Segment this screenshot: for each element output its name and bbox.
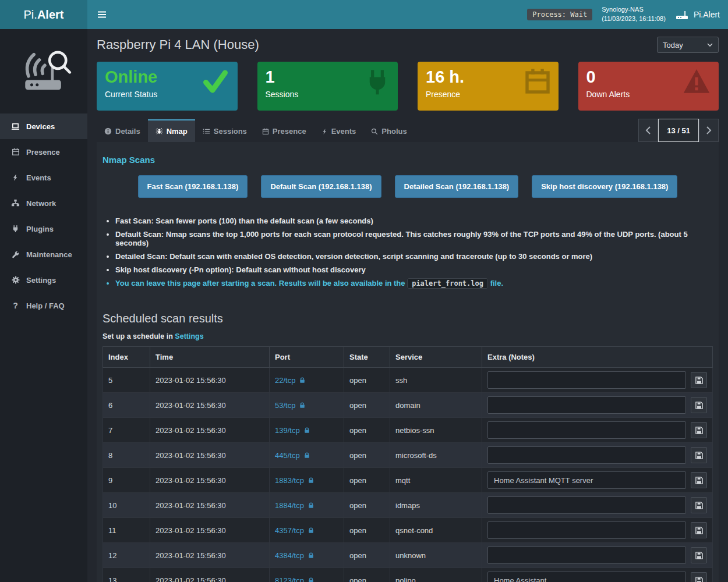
nas-datetime: (11/03/2023, 16:11:08): [602, 15, 666, 24]
note-input[interactable]: [487, 396, 686, 414]
table-row: 6 2023-01-02 15:56:30 53/tcp open domain: [103, 393, 713, 418]
sidebar-item-presence[interactable]: Presence: [0, 139, 87, 165]
lock-icon: [299, 377, 306, 384]
lock-icon: [308, 577, 314, 582]
note-input[interactable]: [487, 521, 686, 539]
tab-label: Pholus: [381, 127, 407, 136]
row-state: open: [344, 368, 390, 393]
lock-icon: [308, 502, 314, 509]
sidebar-item-devices[interactable]: Devices: [0, 113, 87, 139]
list-icon: [203, 127, 210, 135]
next-device-button[interactable]: [699, 119, 719, 142]
app-logo[interactable]: Pi.Alert: [0, 0, 87, 29]
tab-sessions[interactable]: Sessions: [195, 119, 255, 142]
nmap-tab-panel: Nmap Scans Fast Scan (192.168.1.138) Def…: [97, 142, 719, 582]
save-note-button[interactable]: [691, 547, 707, 563]
table-row: 7 2023-01-02 15:56:30 139/tcp open netbi…: [103, 418, 713, 443]
info-icon: [104, 127, 112, 135]
sitemap-icon: [10, 199, 20, 207]
row-state: open: [344, 493, 390, 518]
sidebar-item-label: Help / FAQ: [26, 301, 65, 310]
lock-icon: [308, 477, 314, 484]
tab-label: Sessions: [214, 127, 247, 136]
note-input[interactable]: [487, 371, 686, 389]
plug-icon: [10, 225, 20, 233]
card-sessions: 1 Sessions: [257, 62, 398, 111]
bolt-icon: [321, 128, 328, 135]
save-note-button[interactable]: [691, 372, 707, 388]
logo-text: Pi.: [24, 8, 37, 22]
scan-description: Fast Scan: Scan fewer ports (100) than t…: [115, 217, 713, 225]
sidebar-item-label: Events: [26, 173, 51, 182]
note-input[interactable]: [487, 421, 686, 439]
note-input[interactable]: [487, 546, 686, 564]
calendar-icon: [262, 128, 269, 135]
row-time: 2023-01-02 15:56:30: [150, 443, 270, 468]
period-select[interactable]: Today: [657, 37, 719, 53]
sidebar-item-network[interactable]: Network: [0, 190, 87, 216]
row-time: 2023-01-02 15:56:30: [150, 368, 270, 393]
tab-events[interactable]: Events: [314, 119, 364, 142]
lock-icon: [299, 402, 306, 409]
sidebar-item-label: Network: [26, 199, 56, 208]
col-time: Time: [150, 347, 270, 368]
scan-description: Default Scan: Nmap scans the top 1,000 p…: [115, 230, 713, 247]
chevron-right-icon: [706, 126, 712, 134]
save-note-button[interactable]: [691, 397, 707, 413]
save-note-button[interactable]: [691, 572, 707, 582]
port-link[interactable]: 4384/tcp: [275, 551, 304, 560]
check-icon: [200, 68, 231, 97]
settings-link[interactable]: Settings: [175, 332, 203, 340]
lock-icon: [308, 527, 314, 534]
port-link[interactable]: 53/tcp: [275, 401, 295, 410]
sidebar-toggle-button[interactable]: [87, 0, 116, 29]
sidebar-item-maintenance[interactable]: Maintenance: [0, 242, 87, 267]
sidebar-item-events[interactable]: Events: [0, 165, 87, 190]
port-link[interactable]: 4357/tcp: [275, 526, 304, 535]
sidebar-item-settings[interactable]: Settings: [0, 267, 87, 293]
chevron-down-icon: [707, 43, 713, 47]
sidebar-menu: Devices Presence Events Network Plugins …: [0, 113, 87, 318]
port-link[interactable]: 445/tcp: [275, 451, 300, 460]
device-pager-count[interactable]: 13 / 51: [658, 119, 699, 142]
bolt-icon: [10, 173, 20, 182]
plug-icon: [364, 68, 391, 98]
fast-scan-button[interactable]: Fast Scan (192.168.1.138): [138, 175, 248, 198]
row-index: 7: [103, 418, 150, 443]
save-note-button[interactable]: [691, 497, 707, 513]
sidebar-item-help[interactable]: ? Help / FAQ: [0, 293, 87, 318]
port-link[interactable]: 1883/tcp: [275, 476, 304, 485]
note-input[interactable]: [487, 471, 686, 489]
port-link[interactable]: 139/tcp: [275, 426, 300, 435]
tab-presence[interactable]: Presence: [255, 119, 314, 142]
skip-host-discovery-button[interactable]: Skip host discovery (192.168.1.138): [532, 175, 677, 198]
prev-device-button[interactable]: [638, 119, 658, 142]
row-time: 2023-01-02 15:56:30: [150, 568, 270, 582]
card-presence: 16 h. Presence: [418, 62, 559, 111]
tab-details[interactable]: Details: [97, 119, 148, 142]
detailed-scan-button[interactable]: Detailed Scan (192.168.1.138): [395, 175, 519, 198]
port-link[interactable]: 1884/tcp: [275, 501, 304, 510]
note-input[interactable]: [487, 446, 686, 464]
user-menu[interactable]: Pi.Alert: [675, 9, 720, 20]
sidebar-item-plugins[interactable]: Plugins: [0, 216, 87, 242]
sidebar-item-label: Maintenance: [26, 250, 72, 259]
spider-icon: [156, 127, 163, 135]
port-link[interactable]: 22/tcp: [275, 376, 295, 385]
save-note-button[interactable]: [691, 472, 707, 488]
row-state: open: [344, 443, 390, 468]
col-index: Index: [103, 347, 150, 368]
save-note-button[interactable]: [691, 447, 707, 463]
tab-nmap[interactable]: Nmap: [148, 119, 195, 142]
default-scan-button[interactable]: Default Scan (192.168.1.138): [261, 175, 381, 198]
port-link[interactable]: 8123/tcp: [275, 576, 304, 582]
save-note-button[interactable]: [691, 422, 707, 438]
save-note-button[interactable]: [691, 522, 707, 538]
note-input[interactable]: [487, 572, 686, 582]
note-input[interactable]: [487, 496, 686, 514]
nas-name: Synology-NAS: [602, 5, 666, 15]
tab-label: Events: [331, 127, 356, 136]
save-icon: [695, 551, 704, 560]
save-icon: [695, 476, 704, 485]
tab-pholus[interactable]: Pholus: [363, 119, 414, 142]
